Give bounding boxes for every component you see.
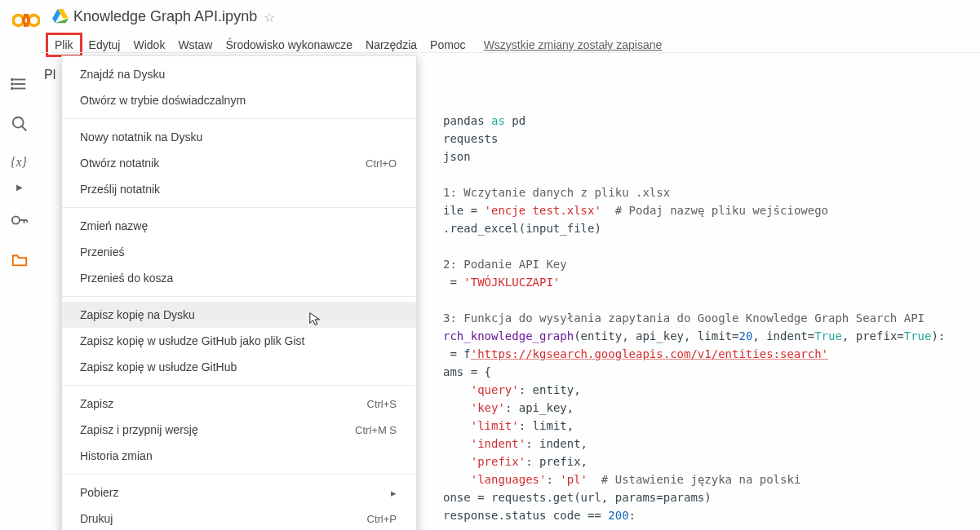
secrets-icon[interactable] [11, 211, 29, 232]
svg-point-1 [29, 15, 39, 26]
menu-rename[interactable]: Zmień nazwę [62, 213, 416, 239]
svg-point-7 [11, 88, 13, 90]
svg-point-6 [11, 83, 13, 85]
menu-save-pin[interactable]: Zapisz i przypnij wersjęCtrl+M S [62, 417, 416, 443]
svg-line-9 [22, 126, 27, 131]
menu-new-notebook[interactable]: Nowy notatnik na Dysku [62, 124, 416, 150]
menu-open-playground[interactable]: Otwórz w trybie doświadczalnym [62, 87, 416, 113]
menu-find-drive[interactable]: Znajdź na Dysku [62, 61, 416, 87]
menu-upload-notebook[interactable]: Prześlij notatnik [62, 176, 416, 202]
star-icon[interactable]: ☆ [264, 10, 275, 25]
menu-download[interactable]: Pobierz▸ [62, 479, 416, 506]
menu-trash[interactable]: Przenieś do kosza [62, 265, 416, 291]
panel-header: Pl [44, 68, 55, 82]
drive-icon [52, 9, 69, 26]
menu-save-copy-github[interactable]: Zapisz kopię w usłudze GitHub [62, 354, 416, 380]
toc-icon[interactable] [11, 75, 29, 95]
header: Knowledge Graph API.ipynb ☆ Plik Edytuj … [0, 0, 980, 52]
chevron-right-icon[interactable]: ▶ [16, 183, 23, 192]
svg-point-10 [12, 216, 20, 223]
menu-save-copy-gist[interactable]: Zapisz kopię w usłudze GitHub jako plik … [62, 328, 416, 354]
svg-point-8 [13, 117, 24, 128]
menu-save[interactable]: ZapiszCtrl+S [62, 391, 416, 417]
folder-icon[interactable] [11, 251, 29, 272]
menu-history[interactable]: Historia zmian [62, 443, 416, 469]
left-sidebar: {x} ▶ [0, 52, 39, 530]
svg-point-5 [11, 79, 13, 81]
svg-point-0 [13, 15, 24, 26]
cursor-icon [308, 311, 323, 326]
variables-icon[interactable]: {x} [11, 155, 29, 173]
search-icon[interactable] [11, 115, 29, 135]
menu-move[interactable]: Przenieś [62, 239, 416, 265]
menu-save-copy-drive[interactable]: Zapisz kopię na Dysku [62, 302, 416, 328]
menu-print[interactable]: DrukujCtrl+P [62, 506, 416, 530]
menu-open-notebook[interactable]: Otwórz notatnikCtrl+O [62, 150, 416, 176]
notebook-title[interactable]: Knowledge Graph API.ipynb [73, 8, 257, 25]
colab-logo [7, 5, 46, 29]
code-cell[interactable]: pandas as pd requests json 1: Wczytanie … [443, 112, 945, 524]
file-menu-dropdown: Znajdź na Dysku Otwórz w trybie doświadc… [61, 55, 417, 530]
